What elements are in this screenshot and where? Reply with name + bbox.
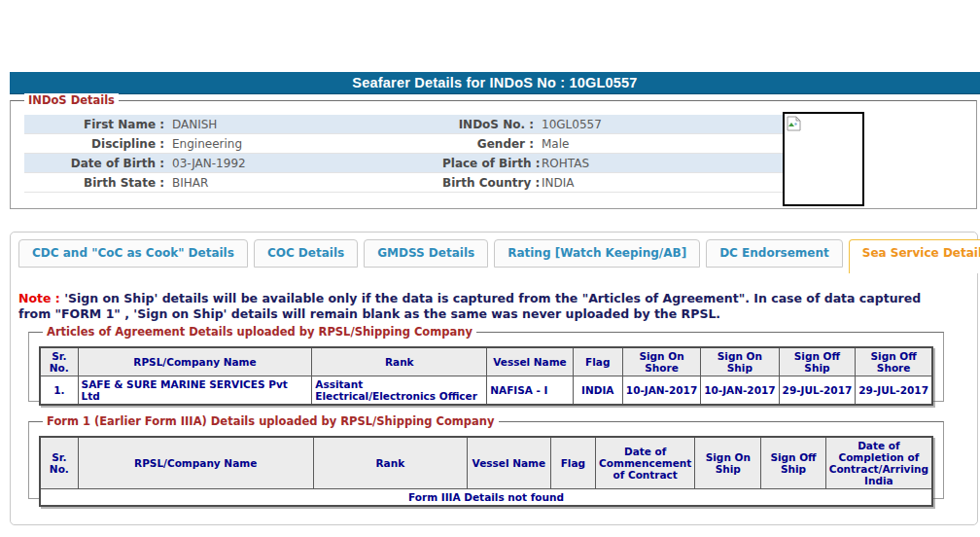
date-of-birth-label: Date of Birth : [24, 157, 170, 170]
articles-of-agreement-section: Articles of Agreement Details uploaded b… [28, 332, 944, 402]
col-sr-no: Sr. No. [40, 437, 78, 489]
col-date-of-completion: Date of Completion of Contract/Arriving … [825, 437, 932, 489]
col-sr-no: Sr. No. [40, 347, 78, 376]
cell-sign-off-ship: 29-JUL-2017 [779, 376, 856, 406]
col-date-of-commencement: Date of Commencement of Contract [596, 437, 695, 489]
birth-country-value: INDIA [540, 176, 788, 190]
col-flag: Flag [550, 437, 595, 489]
cell-sign-off-shore: 29-JUL-2017 [856, 376, 932, 406]
col-sign-on-ship: Sign On Ship [701, 347, 779, 376]
tab-dc-endorsement[interactable]: DC Endorsement [706, 239, 843, 268]
cell-flag: INDIA [573, 376, 622, 406]
place-of-birth-value: ROHTAS [540, 157, 788, 170]
form-iiia-not-found-message: Form IIIA Details not found [40, 489, 932, 507]
articles-of-agreement-table: Sr. No. RPSL/Company Name Rank Vessel Na… [39, 346, 933, 406]
page-title: Seafarer Details for INDoS No : 10GL0557 [10, 72, 980, 94]
tab-sea-service-details[interactable]: Sea Service Details [849, 239, 980, 273]
detail-row: First Name : DANISH INDoS No. : 10GL0557 [24, 115, 788, 134]
cell-rank: Assitant Electrical/Electronics Officer [312, 376, 487, 406]
note-text: 'Sign on Ship' details will be available… [18, 291, 921, 321]
col-sign-on-shore: Sign On Shore [622, 347, 700, 376]
col-vessel-name: Vessel Name [467, 437, 550, 489]
tab-strip: CDC and "CoC as Cook" Details COC Detail… [18, 239, 980, 273]
indos-no-value: 10GL0557 [540, 118, 788, 131]
col-rpsl-company-name: RPSL/Company Name [78, 347, 312, 376]
col-sign-off-ship: Sign Off Ship [779, 347, 856, 376]
gender-label: Gender : [442, 137, 540, 151]
birth-state-label: Birth State : [24, 176, 170, 190]
col-rpsl-company-name: RPSL/Company Name [78, 437, 313, 489]
cell-sign-on-ship: 10-JAN-2017 [701, 376, 779, 406]
form1-details-table: Sr. No. RPSL/Company Name Rank Vessel Na… [39, 436, 933, 507]
col-sign-off-shore: Sign Off Shore [856, 347, 932, 376]
cell-sign-on-shore: 10-JAN-2017 [622, 376, 700, 406]
birth-country-label: Birth Country : [442, 176, 540, 190]
col-sign-off-ship: Sign Off Ship [761, 437, 825, 489]
table-header-row: Sr. No. RPSL/Company Name Rank Vessel Na… [40, 347, 932, 376]
tab-coc-details[interactable]: COC Details [254, 239, 358, 268]
articles-of-agreement-legend: Articles of Agreement Details uploaded b… [43, 325, 476, 339]
seafarer-photo-placeholder [783, 112, 864, 206]
cell-sr-no: 1. [40, 376, 78, 406]
table-empty-row: Form IIIA Details not found [40, 489, 932, 507]
detail-row: Date of Birth : 03-JAN-1992 Place of Bir… [24, 154, 788, 173]
table-header-row: Sr. No. RPSL/Company Name Rank Vessel Na… [40, 437, 932, 489]
form1-details-legend: Form 1 (Earlier Form IIIA) Details uploa… [43, 414, 499, 428]
col-rank: Rank [312, 347, 487, 376]
first-name-label: First Name : [24, 118, 170, 131]
note-prefix: Note : [18, 291, 60, 305]
broken-image-icon [787, 116, 802, 131]
indos-details-rows: First Name : DANISH INDoS No. : 10GL0557… [24, 115, 788, 193]
cell-rpsl-company-name: SAFE & SURE MARINE SERVICES Pvt Ltd [78, 376, 312, 406]
indos-no-label: INDoS No. : [442, 118, 540, 131]
col-sign-on-ship: Sign On Ship [695, 437, 761, 489]
col-flag: Flag [573, 347, 622, 376]
discipline-label: Discipline : [24, 137, 170, 151]
first-name-value: DANISH [170, 118, 442, 131]
date-of-birth-value: 03-JAN-1992 [170, 157, 442, 170]
indos-details-legend: INDoS Details [24, 93, 119, 107]
tab-cdc-coc-as-cook-details[interactable]: CDC and "CoC as Cook" Details [18, 239, 248, 268]
form1-details-section: Form 1 (Earlier Form IIIA) Details uploa… [28, 421, 944, 499]
detail-row: Discipline : Engineering Gender : Male [24, 134, 788, 154]
tab-content-panel: CDC and "CoC as Cook" Details COC Detail… [10, 232, 978, 525]
sign-on-ship-note: Note : 'Sign on Ship' details will be av… [18, 291, 954, 321]
table-row: 1. SAFE & SURE MARINE SERVICES Pvt Ltd A… [40, 376, 932, 406]
detail-row: Birth State : BIHAR Birth Country : INDI… [24, 173, 788, 193]
discipline-value: Engineering [170, 137, 442, 151]
gender-value: Male [540, 137, 788, 151]
cell-vessel-name: NAFISA - I [487, 376, 573, 406]
col-rank: Rank [313, 437, 467, 489]
col-vessel-name: Vessel Name [487, 347, 573, 376]
place-of-birth-label: Place of Birth : [442, 157, 540, 170]
tab-gmdss-details[interactable]: GMDSS Details [364, 239, 488, 268]
tab-rating-watch-keeping-ab[interactable]: Rating [Watch Keeping/AB] [494, 239, 700, 268]
birth-state-value: BIHAR [170, 176, 442, 190]
seafarer-details-page: Seafarer Details for INDoS No : 10GL0557… [0, 0, 980, 537]
